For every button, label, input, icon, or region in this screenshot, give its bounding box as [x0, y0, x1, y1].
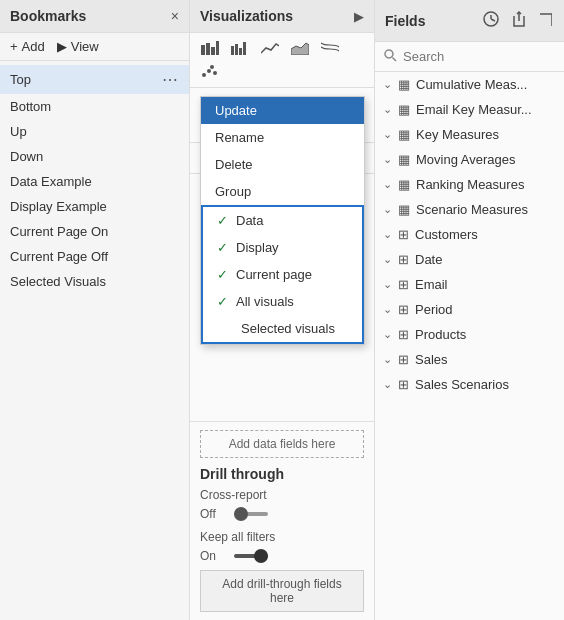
fields-panel: Fields: [375, 0, 564, 620]
field-name-moving-averages: Moving Averages: [416, 152, 516, 167]
keep-filters-toggle[interactable]: [234, 548, 268, 564]
bookmark-item-down[interactable]: Down: [0, 144, 189, 169]
chevron-icon: ⌄: [383, 228, 392, 241]
area-chart-icon[interactable]: [286, 37, 314, 59]
field-name-period: Period: [415, 302, 453, 317]
bookmark-item-bottom[interactable]: Bottom: [0, 94, 189, 119]
menu-item-delete[interactable]: Delete: [201, 151, 364, 178]
field-group-date[interactable]: ⌄ ⊞ Date: [375, 247, 564, 272]
menu-item-update[interactable]: Update: [201, 97, 364, 124]
bookmark-item-current-page-off[interactable]: Current Page Off: [0, 244, 189, 269]
bookmarks-view-button[interactable]: ▶ View: [57, 39, 99, 54]
table-icon: ⊞: [398, 227, 409, 242]
field-group-customers[interactable]: ⌄ ⊞ Customers: [375, 222, 564, 247]
chevron-icon: ⌄: [383, 128, 392, 141]
viz-header: Visualizations ▶: [190, 0, 374, 33]
bookmark-item-up[interactable]: Up: [0, 119, 189, 144]
cross-report-row: Cross-report: [200, 488, 364, 502]
cross-report-toggle[interactable]: [234, 506, 268, 522]
fields-share-button[interactable]: [508, 8, 530, 33]
svg-point-10: [207, 69, 211, 73]
field-group-products[interactable]: ⌄ ⊞ Products: [375, 322, 564, 347]
bookmarks-close-button[interactable]: ×: [171, 9, 179, 23]
menu-item-rename[interactable]: Rename: [201, 124, 364, 151]
svg-rect-0: [201, 45, 205, 55]
table-icon: ⊞: [398, 352, 409, 367]
viz-icon-row-1: [190, 33, 374, 88]
bookmarks-add-button[interactable]: + Add: [10, 39, 45, 54]
bookmarks-actions: + Add ▶ View: [0, 33, 189, 61]
field-group-moving-averages[interactable]: ⌄ ▦ Moving Averages: [375, 147, 564, 172]
bookmarks-header: Bookmarks ×: [0, 0, 189, 33]
field-name-email: Email: [415, 277, 448, 292]
submenu-item-current-page[interactable]: ✓ Current page: [203, 261, 362, 288]
menu-item-group[interactable]: Group: [201, 178, 364, 205]
svg-rect-2: [211, 47, 215, 55]
submenu-item-display[interactable]: ✓ Display: [203, 234, 362, 261]
keep-filters-label: Keep all filters: [200, 530, 275, 544]
bookmark-item-data-example[interactable]: Data Example: [0, 169, 189, 194]
bookmark-options-icon[interactable]: ⋯: [162, 70, 179, 89]
svg-line-44: [393, 58, 397, 62]
cross-report-value-label: Off: [200, 507, 224, 521]
bookmark-item-display-example[interactable]: Display Example: [0, 194, 189, 219]
submenu-item-data[interactable]: ✓ Data: [203, 207, 362, 234]
visualizations-panel: Visualizations ▶: [190, 0, 375, 620]
field-group-sales[interactable]: ⌄ ⊞ Sales: [375, 347, 564, 372]
cross-report-toggle-row: Off: [200, 506, 364, 522]
toggle-thumb-off: [234, 507, 248, 521]
chevron-icon: ⌄: [383, 303, 392, 316]
table-icon: ⊞: [398, 252, 409, 267]
chevron-icon: ⌄: [383, 278, 392, 291]
bookmark-item-selected-visuals[interactable]: Selected Visuals: [0, 269, 189, 294]
viz-chevron-right-icon: ▶: [354, 9, 364, 24]
svg-rect-6: [239, 48, 242, 55]
measure-icon: ▦: [398, 152, 410, 167]
field-group-ranking-measures[interactable]: ⌄ ▦ Ranking Measures: [375, 172, 564, 197]
chevron-icon: ⌄: [383, 78, 392, 91]
add-data-fields-box[interactable]: Add data fields here: [200, 430, 364, 458]
submenu-item-selected-visuals[interactable]: Selected visuals: [203, 315, 362, 342]
chevron-icon: ⌄: [383, 353, 392, 366]
field-group-key-measures[interactable]: ⌄ ▦ Key Measures: [375, 122, 564, 147]
field-name-sales: Sales: [415, 352, 448, 367]
search-icon: [383, 48, 397, 65]
svg-line-41: [491, 19, 495, 21]
submenu-box: ✓ Data ✓ Display ✓ Current page ✓ All vi…: [201, 205, 364, 344]
cross-report-label: Cross-report: [200, 488, 267, 502]
keep-filters-row: Keep all filters: [200, 530, 364, 544]
submenu-item-all-visuals[interactable]: ✓ All visuals: [203, 288, 362, 315]
drill-through-section: Add data fields here Drill through Cross…: [190, 421, 374, 620]
svg-point-9: [202, 73, 206, 77]
svg-point-43: [385, 50, 393, 58]
search-input[interactable]: [403, 49, 556, 64]
table-icon: ⊞: [398, 277, 409, 292]
ribbon-chart-icon[interactable]: [316, 37, 344, 59]
stacked-bar-icon[interactable]: [196, 37, 224, 59]
add-drillthrough-fields-box[interactable]: Add drill-through fields here: [200, 570, 364, 612]
scatter-chart-icon[interactable]: [196, 61, 224, 83]
bookmark-item-top[interactable]: Top ⋯: [0, 65, 189, 94]
svg-marker-8: [291, 43, 309, 55]
field-name-key-measures: Key Measures: [416, 127, 499, 142]
field-group-period[interactable]: ⌄ ⊞ Period: [375, 297, 564, 322]
line-chart-icon[interactable]: [256, 37, 284, 59]
field-group-email-key[interactable]: ⌄ ▦ Email Key Measur...: [375, 97, 564, 122]
fields-clock-button[interactable]: [480, 8, 502, 33]
field-name-cumulative: Cumulative Meas...: [416, 77, 527, 92]
field-group-scenario-measures[interactable]: ⌄ ▦ Scenario Measures: [375, 197, 564, 222]
svg-point-11: [213, 71, 217, 75]
field-group-sales-scenarios[interactable]: ⌄ ⊞ Sales Scenarios: [375, 372, 564, 397]
chevron-icon: ⌄: [383, 328, 392, 341]
clustered-bar-icon[interactable]: [226, 37, 254, 59]
table-icon: ⊞: [398, 302, 409, 317]
check-icon: ✓: [217, 213, 228, 228]
field-group-email[interactable]: ⌄ ⊞ Email: [375, 272, 564, 297]
context-menu: Update Rename Delete Group ✓ Data ✓ Disp…: [200, 96, 365, 345]
measure-icon: ▦: [398, 127, 410, 142]
measure-icon: ▦: [398, 177, 410, 192]
drill-through-title: Drill through: [200, 466, 364, 482]
fields-expand-button[interactable]: [536, 10, 554, 31]
bookmark-item-current-page-on[interactable]: Current Page On: [0, 219, 189, 244]
field-group-cumulative[interactable]: ⌄ ▦ Cumulative Meas...: [375, 72, 564, 97]
